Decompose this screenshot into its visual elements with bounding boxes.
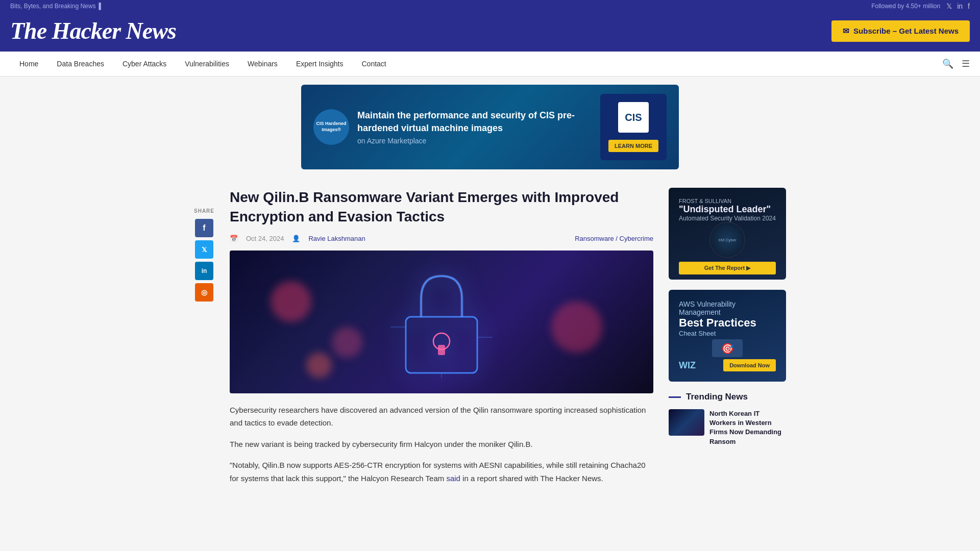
author-icon: 👤 (292, 235, 300, 242)
top-bar-left: Bits, Bytes, and Breaking News ▌ (10, 3, 103, 10)
followers-text: Followed by 4.50+ million (871, 3, 940, 10)
menu-button[interactable]: ☰ (962, 58, 970, 69)
ad-wiz-graphic: 🎯 (712, 339, 743, 357)
ad-frost-badge: XM Cyber (718, 238, 737, 242)
top-bar-right: Followed by 4.50+ million 𝕏 in f (871, 2, 970, 10)
trending-thumb-image (669, 409, 704, 436)
ad-text: Maintain the performance and security of… (357, 109, 592, 145)
wiz-logo: WIZ (679, 360, 696, 371)
ad-cta-block: CIS LEARN MORE (600, 94, 667, 160)
social-icons: 𝕏 in f (946, 2, 970, 10)
nav-vulnerabilities[interactable]: Vulnerabilities (176, 52, 238, 76)
share-linkedin-button[interactable]: in (195, 262, 213, 280)
facebook-icon[interactable]: f (968, 2, 970, 10)
share-label: SHARE (194, 208, 214, 214)
trending-section: Trending News North Korean IT Workers in… (669, 392, 786, 446)
ad-wiz-title: AWS Vulnerability Management (679, 300, 776, 316)
trending-item-title[interactable]: North Korean IT Workers in Western Firms… (709, 409, 786, 446)
said-link[interactable]: said (446, 474, 460, 483)
ad-sub: on Azure Marketplace (357, 137, 592, 145)
article-date: Oct 24, 2024 (246, 235, 284, 242)
ad-frost-title: "Undisputed Leader" (679, 204, 776, 215)
twitter-icon[interactable]: 𝕏 (946, 2, 952, 10)
article-category[interactable]: Ransomware / Cybercrime (575, 235, 653, 242)
tagline: Bits, Bytes, and Breaking News (10, 3, 95, 10)
ad-frost-brand: FROST & SULLIVAN (679, 198, 776, 204)
nav-data-breaches[interactable]: Data Breaches (47, 52, 113, 76)
share-sidebar: SHARE f 𝕏 in ◎ (194, 188, 214, 493)
nav-expert-insights[interactable]: Expert Insights (287, 52, 353, 76)
article-body: Cybersecurity researchers have discovere… (230, 404, 653, 485)
ad-frost-sullivan: FROST & SULLIVAN "Undisputed Leader" Aut… (669, 188, 786, 280)
ad-frost-sub: Automated Security Validation 2024 (679, 215, 776, 222)
nav-webinars[interactable]: Webinars (238, 52, 287, 76)
trending-item[interactable]: North Korean IT Workers in Western Firms… (669, 409, 786, 446)
linkedin-icon[interactable]: in (957, 2, 963, 10)
learn-more-button[interactable]: LEARN MORE (608, 140, 658, 152)
calendar-icon: 📅 (230, 235, 238, 242)
navigation: Home Data Breaches Cyber Attacks Vulnera… (0, 52, 980, 77)
envelope-icon: ✉ (843, 27, 849, 36)
cis-logo: CIS (618, 102, 649, 133)
article-main: New Qilin.B Ransomware Variant Emerges w… (230, 188, 653, 493)
ad-frost-cta-button[interactable]: Get The Report ▶ (679, 262, 776, 274)
ad-logo-text: CIS Hardened Images® (313, 121, 349, 133)
tagline-separator: ▌ (99, 3, 103, 10)
ad-headline: Maintain the performance and security of… (357, 109, 592, 135)
nav-cyber-attacks[interactable]: Cyber Attacks (113, 52, 176, 76)
article-para-2: The new variant is being tracked by cybe… (230, 438, 653, 451)
nav-icons: 🔍 ☰ (942, 58, 970, 69)
ad-logo: CIS Hardened Images® (313, 109, 349, 145)
search-button[interactable]: 🔍 (942, 58, 953, 69)
header: The Hacker News ✉ Subscribe – Get Latest… (0, 12, 980, 52)
main-container: SHARE f 𝕏 in ◎ New Qilin.B Ransomware Va… (184, 178, 796, 503)
ad-wiz-cta-button[interactable]: Download Now (723, 359, 776, 371)
trending-dash (669, 396, 681, 398)
ad-wiz-big: Best Practices (679, 316, 776, 330)
top-bar: Bits, Bytes, and Breaking News ▌ Followe… (0, 0, 980, 12)
lock-illustration (390, 266, 493, 378)
cis-text: CIS (625, 112, 642, 123)
article-meta: 📅 Oct 24, 2024 👤 Ravie Lakshmanan Ransom… (230, 235, 653, 242)
svg-rect-2 (438, 345, 445, 355)
share-other-button[interactable]: ◎ (195, 283, 213, 302)
nav-home[interactable]: Home (10, 52, 47, 76)
ad-frost-radar: XM Cyber (709, 222, 745, 258)
article-image (230, 251, 653, 393)
subscribe-label: Subscribe – Get Latest News (853, 27, 959, 35)
trending-thumb (669, 409, 704, 436)
trending-title-text: Trending News (686, 392, 748, 402)
ad-wiz: AWS Vulnerability Management Best Practi… (669, 290, 786, 382)
nav-links: Home Data Breaches Cyber Attacks Vulnera… (10, 52, 396, 76)
share-facebook-button[interactable]: f (195, 219, 213, 237)
sidebar-right: FROST & SULLIVAN "Undisputed Leader" Aut… (669, 188, 786, 493)
subscribe-button[interactable]: ✉ Subscribe – Get Latest News (831, 20, 970, 42)
share-twitter-button[interactable]: 𝕏 (195, 240, 213, 259)
trending-title: Trending News (669, 392, 786, 402)
ad-wiz-sub: Cheat Sheet (679, 330, 776, 337)
banner-ad: CIS Hardened Images® Maintain the perfor… (301, 85, 679, 169)
article-para-1: Cybersecurity researchers have discovere… (230, 404, 653, 430)
site-title[interactable]: The Hacker News (10, 17, 176, 44)
nav-contact[interactable]: Contact (352, 52, 395, 76)
article-title: New Qilin.B Ransomware Variant Emerges w… (230, 188, 653, 227)
article-author[interactable]: Ravie Lakshmanan (308, 235, 365, 242)
article-para-3: "Notably, Qilin.B now supports AES-256-C… (230, 459, 653, 485)
